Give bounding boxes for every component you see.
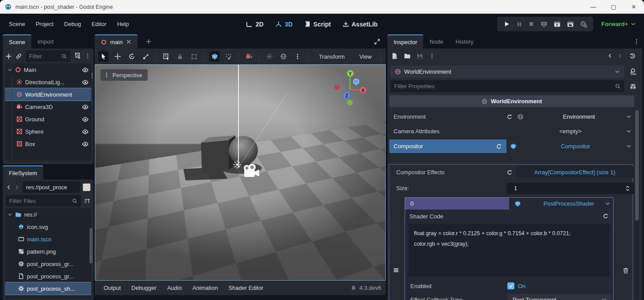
axis-z-ball[interactable]: Z [343, 92, 350, 99]
inspector-scrollbar[interactable] [635, 110, 639, 300]
tree-row-main[interactable]: Main [5, 64, 91, 76]
lock-button[interactable] [175, 51, 185, 62]
resource-menu-icon[interactable] [429, 53, 435, 59]
file-filter-input[interactable] [6, 195, 81, 206]
nav-back-icon[interactable] [6, 184, 11, 190]
shader-code-editor[interactable]: float gray = color.r * 0.2125 + color.g … [409, 224, 610, 277]
visibility-eye-icon[interactable] [82, 128, 89, 135]
select-mode-button[interactable] [98, 51, 108, 62]
scale-mode-button[interactable] [141, 51, 151, 62]
tree-row-ground[interactable]: Ground [5, 113, 91, 125]
object-history-icon[interactable] [629, 52, 636, 60]
preview-environment-button[interactable] [278, 51, 288, 62]
menu-editor[interactable]: Editor [87, 18, 111, 30]
revert-icon[interactable] [496, 143, 502, 150]
move-mode-button[interactable] [112, 51, 123, 62]
stop-button[interactable] [529, 21, 534, 27]
tab-inspector[interactable]: Inspector [387, 34, 423, 49]
menu-project[interactable]: Project [31, 18, 58, 30]
property-tools-icon[interactable] [629, 83, 637, 90]
array-size-field[interactable]: 1 [506, 183, 634, 194]
revert-icon[interactable] [506, 169, 513, 176]
scene-tab-main[interactable]: main [95, 34, 138, 49]
visibility-eye-icon[interactable] [82, 116, 89, 123]
scene-tree-menu-icon[interactable] [85, 53, 91, 59]
chevron-down-icon[interactable] [626, 143, 632, 149]
output-button[interactable]: Output [99, 283, 125, 293]
remote-play-button[interactable] [540, 21, 547, 28]
axis-y-ball[interactable]: Y [347, 70, 354, 77]
fs-row-post-process-1[interactable]: post_process_gr... [5, 258, 91, 270]
toggle-split-mode-button[interactable] [83, 184, 90, 191]
shader-code-row[interactable]: Shader Code [405, 210, 613, 223]
path-bar[interactable] [22, 181, 80, 193]
collapse-icon[interactable] [7, 68, 12, 72]
element-resource-picker[interactable]: PostProcessShader [509, 198, 613, 210]
workspace-script-button[interactable]: Script [304, 21, 331, 28]
stepper-icon[interactable] [625, 185, 631, 191]
element-drag-handle[interactable] [393, 267, 399, 274]
debugger-button[interactable]: Debugger [127, 283, 161, 293]
property-compositor[interactable]: Compositor Compositor [389, 139, 634, 153]
tree-row-box[interactable]: Box [5, 138, 91, 150]
play-scene-button[interactable] [554, 21, 561, 28]
visibility-eye-icon[interactable] [82, 79, 89, 86]
axis-x-ball[interactable]: X [360, 87, 366, 94]
axis-gizmo[interactable]: Y X Z [329, 68, 373, 108]
property-enabled[interactable]: Enabled On [405, 279, 613, 292]
revert-icon[interactable] [603, 213, 609, 219]
inspector-dock-menu-icon[interactable] [633, 38, 640, 45]
category-worldenvironment[interactable]: WorldEnvironment [389, 95, 634, 107]
transform-menu[interactable]: Transform [314, 51, 349, 63]
collapse-icon[interactable] [7, 212, 12, 217]
open-docs-icon[interactable] [629, 68, 637, 75]
movie-maker-button[interactable] [580, 21, 587, 28]
sort-files-icon[interactable] [84, 198, 90, 204]
property-environment[interactable]: Environment Environment [389, 110, 634, 124]
tree-row-directionallight[interactable]: DirectionalLig... [5, 76, 91, 88]
version-label[interactable]: 4.3.dev6 [359, 285, 381, 291]
play-custom-scene-button[interactable] [567, 21, 574, 28]
fs-row-pattern-png[interactable]: pattern.png [5, 245, 91, 258]
rotate-mode-button[interactable] [127, 51, 137, 62]
property-filter-input[interactable] [391, 80, 624, 92]
list-select-button[interactable] [161, 51, 171, 62]
property-effect-callback-type[interactable]: Effect Callback Type Post Transparent [405, 293, 613, 300]
property-compositor-effects[interactable]: Compositor Effects Array[CompositorEffec… [389, 165, 634, 179]
close-button[interactable]: ✕ [624, 0, 644, 14]
shader-editor-button[interactable]: Shader Editor [224, 283, 268, 293]
property-filter-field[interactable] [394, 83, 615, 90]
array-editor-toggle[interactable]: Array[CompositorEffect] (size 1) [516, 166, 633, 178]
chevron-down-icon[interactable] [626, 114, 632, 120]
tab-node[interactable]: Node [423, 34, 449, 49]
chevron-down-icon[interactable] [626, 128, 632, 134]
tab-history[interactable]: History [450, 34, 480, 49]
history-forward-icon[interactable] [617, 53, 623, 59]
expand-viewport-button[interactable] [374, 38, 380, 45]
maximize-button[interactable]: ▢ [603, 0, 624, 14]
edited-object-selector[interactable]: WorldEnvironment [391, 66, 624, 78]
camera-preview-button[interactable] [244, 51, 254, 62]
renderer-select[interactable]: Forward+ [601, 14, 636, 34]
preview-sun-button[interactable] [264, 51, 274, 62]
notification-bell-icon[interactable] [350, 285, 357, 291]
chevron-down-icon[interactable] [605, 201, 610, 206]
viewport-3d[interactable]: Perspective Y X Z [95, 64, 386, 281]
tab-scene[interactable]: Scene [3, 34, 31, 49]
animation-button[interactable]: Animation [188, 283, 222, 293]
nav-forward-icon[interactable] [14, 184, 20, 190]
fs-row-post-process-shader[interactable]: post_process_sh... [5, 282, 91, 295]
tab-import[interactable]: Import [31, 34, 60, 49]
effect-callback-dropdown[interactable]: Post Transparent [507, 294, 611, 300]
add-node-button[interactable] [5, 53, 12, 60]
tab-filesystem[interactable]: FileSystem [3, 165, 43, 180]
fs-row-main-tscn[interactable]: main.tscn [5, 233, 91, 245]
path-field[interactable] [26, 181, 77, 193]
menu-scene[interactable]: Scene [4, 18, 30, 30]
filesystem-scrollbar[interactable] [89, 228, 93, 263]
menu-debug[interactable]: Debug [60, 18, 85, 30]
enabled-checkbox[interactable] [507, 282, 514, 289]
preview-options-menu[interactable] [292, 51, 302, 62]
close-tab-icon[interactable] [126, 39, 131, 45]
visibility-eye-icon[interactable] [82, 67, 89, 73]
